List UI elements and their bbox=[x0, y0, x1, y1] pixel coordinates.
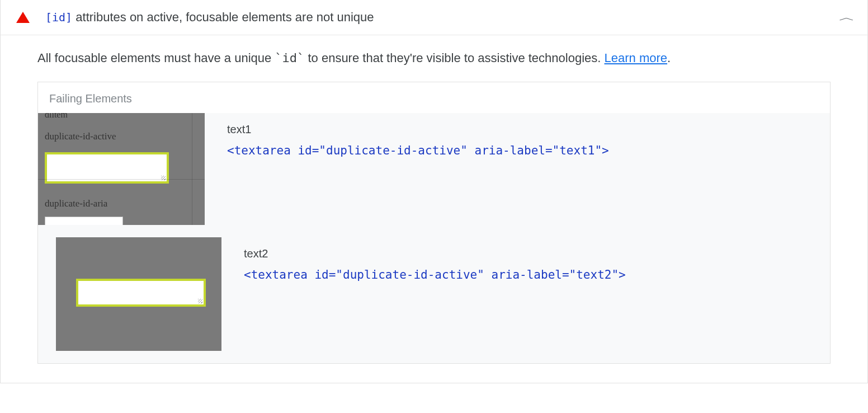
failing-element-label: text1 bbox=[227, 123, 609, 136]
audit-item: [id] attributes on active, focusable ele… bbox=[0, 0, 868, 383]
error-triangle-icon bbox=[16, 12, 30, 23]
description-period: . bbox=[667, 51, 671, 65]
audit-title-text: attributes on active, focusable elements… bbox=[72, 10, 374, 24]
element-thumbnail: dlitem duplicate-id-active duplicate-id-… bbox=[38, 113, 205, 225]
audit-description: All focusable elements must have a uniqu… bbox=[37, 49, 831, 67]
failing-element-row[interactable]: text2 <textarea id="duplicate-id-active"… bbox=[38, 237, 830, 363]
thumb-divider bbox=[38, 179, 205, 180]
element-thumbnail bbox=[56, 237, 221, 351]
thumb-divider bbox=[192, 113, 192, 225]
audit-title-code: [id] bbox=[45, 11, 72, 24]
thumb-highlight-box bbox=[76, 279, 206, 307]
thumb-text: dlitem bbox=[45, 113, 68, 120]
failing-element-detail: text2 <textarea id="duplicate-id-active"… bbox=[244, 237, 626, 281]
audit-header[interactable]: [id] attributes on active, focusable ele… bbox=[1, 0, 867, 35]
description-code: `id` bbox=[275, 51, 304, 65]
failing-elements-list: dlitem duplicate-id-active duplicate-id-… bbox=[38, 113, 830, 363]
failing-element-code: <textarea id="duplicate-id-active" aria-… bbox=[244, 268, 626, 281]
failing-element-code: <textarea id="duplicate-id-active" aria-… bbox=[227, 144, 609, 157]
failing-element-detail: text1 <textarea id="duplicate-id-active"… bbox=[227, 113, 609, 157]
description-suffix: to ensure that they're visible to assist… bbox=[304, 51, 604, 65]
failing-element-row[interactable]: dlitem duplicate-id-active duplicate-id-… bbox=[38, 113, 830, 237]
failing-elements-heading: Failing Elements bbox=[38, 82, 830, 113]
learn-more-link[interactable]: Learn more bbox=[605, 51, 668, 65]
description-prefix: All focusable elements must have a uniqu… bbox=[37, 51, 275, 65]
thumb-box bbox=[45, 217, 123, 225]
thumb-text: duplicate-id-active bbox=[45, 131, 116, 142]
thumb-text: duplicate-id-aria bbox=[45, 198, 107, 209]
audit-body: All focusable elements must have a uniqu… bbox=[1, 35, 867, 383]
failing-element-label: text2 bbox=[244, 247, 626, 260]
audit-title: [id] attributes on active, focusable ele… bbox=[45, 10, 842, 25]
chevron-up-icon[interactable]: ︿ bbox=[839, 11, 855, 24]
failing-elements-box: Failing Elements dlitem duplicate-id-act… bbox=[37, 82, 831, 364]
